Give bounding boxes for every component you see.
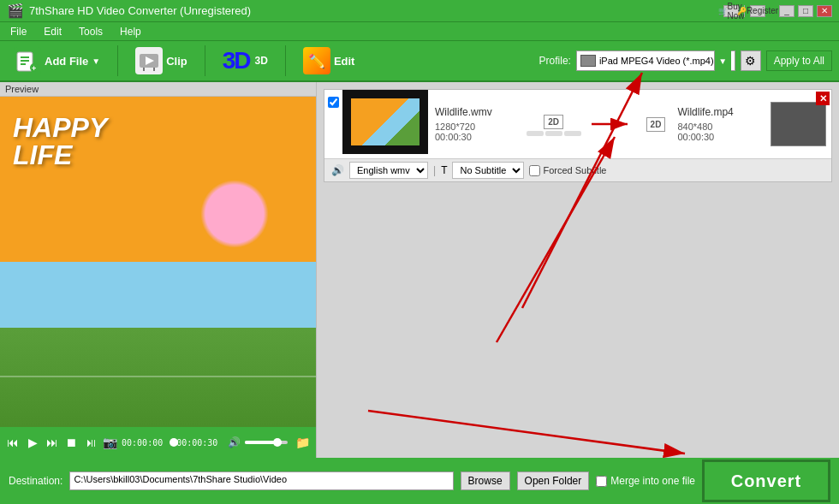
file-checkbox[interactable]	[328, 97, 339, 108]
menu-edit[interactable]: Edit	[40, 25, 65, 39]
merge-checkbox[interactable]	[596, 476, 607, 487]
fast-forward-button[interactable]: ⏭	[44, 433, 60, 452]
input-dims: 1280*720	[435, 122, 516, 132]
browse-button[interactable]: Browse	[461, 471, 510, 490]
output-thumbnail	[771, 102, 826, 146]
subtitle-icon: T	[441, 164, 447, 176]
preview-controls: ⏮ ▶ ⏭ ⏹ ⏯ 📷 00:00:00 00:00:30 🔊 📁	[0, 427, 316, 458]
bottom-bar: Destination: C:\Users\bkill03\Documents\…	[0, 458, 839, 504]
file-list-panel: Wildlife.wmv 1280*720 00:00:30 2D	[317, 82, 839, 458]
toolbar-separator-3	[285, 45, 286, 76]
output-duration: 00:00:30	[677, 132, 759, 142]
toolbar: + Add File ▼ Clip 3D 3D ✏️ Edit Profile:	[0, 41, 839, 82]
maximize-button[interactable]: □	[798, 5, 813, 17]
settings-gear-button[interactable]: ⚙	[741, 50, 761, 71]
three-d-button[interactable]: 3D 3D	[216, 44, 275, 78]
time-start: 00:00:00	[122, 438, 163, 448]
play-button[interactable]: ▶	[25, 433, 41, 452]
merge-checkbox-label[interactable]: Merge into one file	[596, 475, 695, 487]
minimize-button[interactable]: _	[779, 5, 794, 17]
file-item: Wildlife.wmv 1280*720 00:00:30 2D	[324, 89, 832, 182]
profile-dropdown-arrow[interactable]: ▼	[714, 50, 731, 71]
close-file-button[interactable]: ✕	[816, 92, 830, 105]
edit-button[interactable]: ✏️ Edit	[296, 44, 362, 78]
menu-tools[interactable]: Tools	[75, 25, 106, 39]
preview-text-line2: LIFE	[13, 141, 107, 169]
profile-area: Profile: iPad MPEG4 Video (*.mp4) ▼ ⚙ Ap…	[539, 50, 832, 71]
volume-icon[interactable]: 🔊	[224, 433, 243, 452]
subtitle-separator: |	[433, 164, 436, 176]
output-file-info: Wildlife.mp4 840*480 00:00:30	[670, 90, 765, 158]
main-content: Preview HAPPY LIFE ⏮ ▶ ⏭ ⏹ ⏯	[0, 82, 839, 458]
convert-button[interactable]: Convert	[702, 460, 830, 502]
rewind-button[interactable]: ⏮	[5, 433, 21, 452]
apply-to-all-button[interactable]: Apply to All	[766, 50, 832, 71]
input-filename: Wildlife.wmv	[435, 106, 516, 118]
add-file-button[interactable]: + Add File ▼	[7, 44, 107, 78]
output-dims: 840*480	[677, 122, 759, 132]
profile-dropdown[interactable]: iPad MPEG4 Video (*.mp4) ▼	[576, 50, 735, 71]
preview-video: HAPPY LIFE	[0, 97, 316, 427]
menu-file[interactable]: File	[7, 25, 30, 39]
app-icon: 🎬	[7, 3, 24, 19]
close-button[interactable]: ✕	[817, 5, 832, 17]
profile-thumb	[580, 55, 596, 67]
toolbar-separator-2	[205, 45, 205, 76]
preview-panel: Preview HAPPY LIFE ⏮ ▶ ⏭ ⏹ ⏯	[0, 82, 317, 458]
input-2d-badge: 2D	[544, 115, 563, 129]
add-file-icon: +	[14, 47, 41, 74]
toolbar-separator	[117, 45, 118, 76]
output-filename: Wildlife.mp4	[677, 106, 759, 118]
input-duration: 00:00:30	[435, 132, 516, 142]
clip-icon	[135, 47, 163, 74]
app-title: 7thShare HD Video Converter (Unregistere…	[29, 4, 251, 17]
audio-icon: 🔊	[331, 164, 344, 176]
destination-label: Destination:	[9, 475, 62, 487]
preview-label: Preview	[0, 82, 316, 97]
forced-subtitle-checkbox[interactable]	[529, 165, 540, 176]
forced-subtitle-label[interactable]: Forced Subtitle	[529, 165, 606, 176]
clip-button[interactable]: Clip	[128, 44, 194, 78]
snapshot-button[interactable]: 📷	[102, 433, 118, 452]
convert-arrow	[585, 90, 641, 158]
title-bar: 🎬 7thShare HD Video Converter (Unregiste…	[0, 0, 839, 22]
time-end: 00:00:30	[176, 438, 217, 448]
add-file-dropdown-arrow[interactable]: ▼	[92, 56, 100, 66]
volume-bar[interactable]	[245, 441, 288, 444]
audio-track-select[interactable]: English wmv	[349, 162, 428, 179]
open-folder-icon[interactable]: 📁	[295, 433, 311, 452]
subtitle-select[interactable]: No Subtitle	[452, 162, 524, 179]
open-folder-button[interactable]: Open Folder	[517, 471, 590, 490]
menu-help[interactable]: Help	[116, 25, 145, 39]
volume-area: 🔊	[224, 433, 288, 452]
stop-button[interactable]: ⏹	[63, 433, 80, 452]
menu-bar: File Edit Tools Help	[0, 22, 839, 41]
input-file-info: Wildlife.wmv 1280*720 00:00:30	[428, 90, 523, 158]
output-2d-badge: 2D	[646, 117, 666, 132]
svg-text:+: +	[32, 64, 36, 73]
step-forward-button[interactable]: ⏯	[83, 433, 99, 452]
destination-path: C:\Users\bkill03\Documents\7thShare Stud…	[69, 471, 453, 490]
file-item-footer: 🔊 English wmv | T No Subtitle Forced Sub…	[324, 158, 831, 181]
register-link[interactable]: 🔑 Register	[750, 5, 765, 17]
edit-icon: ✏️	[303, 47, 330, 74]
preview-text-line1: HAPPY	[13, 114, 107, 141]
input-thumbnail	[342, 90, 428, 154]
file-checkbox-area[interactable]	[324, 90, 342, 158]
